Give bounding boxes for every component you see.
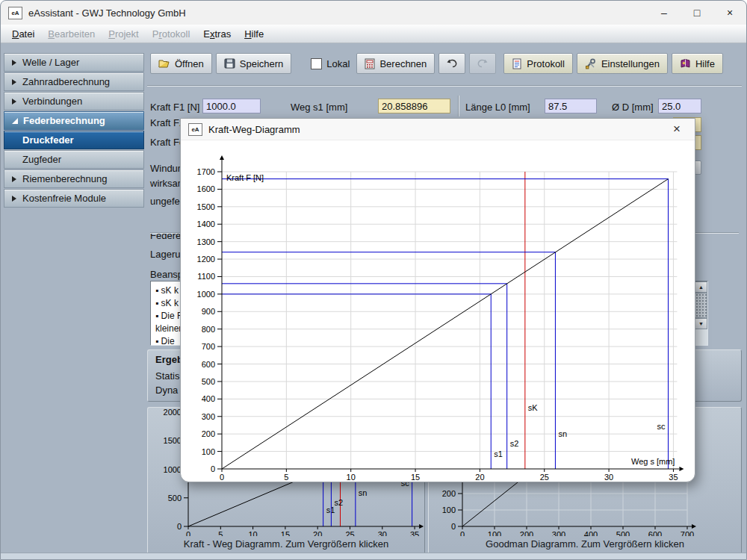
svg-text:s2: s2 — [334, 498, 343, 507]
durchmesser-d-input[interactable] — [658, 99, 701, 113]
save-button[interactable]: Speichern — [216, 53, 292, 74]
svg-text:25: 25 — [540, 473, 549, 482]
svg-text:1000: 1000 — [197, 290, 215, 299]
svg-text:5: 5 — [284, 473, 288, 482]
kraft-weg-chart: sKs1s2snsc051015202530350100200300400500… — [181, 140, 695, 482]
calculate-button[interactable]: Berechnen — [356, 53, 435, 74]
svg-text:500: 500 — [616, 530, 630, 536]
dialog-close-icon[interactable]: × — [666, 122, 687, 137]
svg-text:700: 700 — [681, 530, 694, 536]
sidebar-item-druckfeder[interactable]: Druckfeder — [4, 131, 144, 149]
svg-text:1500: 1500 — [197, 202, 215, 211]
messages-scrollbar[interactable]: ▲ ▼ — [694, 281, 707, 345]
svg-text:sn: sn — [359, 488, 368, 497]
menu-extras[interactable]: Extras — [196, 26, 238, 42]
svg-text:500: 500 — [168, 494, 182, 503]
app-window: eA eAssistant - GWJ Technology GmbH – □ … — [0, 0, 747, 560]
chevron-right-icon — [12, 99, 16, 105]
svg-text:200: 200 — [442, 489, 456, 498]
field-label-laenge-l0: Länge L0 [mm] — [465, 102, 530, 113]
chevron-right-icon — [12, 60, 16, 66]
help-button[interactable]: Hilfe — [672, 53, 723, 74]
kraft-weg-caption: Kraft - Weg Diagramm. Zum Vergrößern kli… — [148, 538, 424, 550]
field-label-weg-s1: Weg s1 [mm] — [291, 102, 347, 113]
svg-text:10: 10 — [248, 530, 257, 536]
svg-text:100: 100 — [202, 447, 215, 456]
settings-button[interactable]: Einstellungen — [577, 53, 668, 74]
scroll-up-icon[interactable]: ▲ — [695, 281, 707, 293]
laenge-l0-input[interactable] — [545, 99, 597, 113]
results-title: Ergeb — [155, 354, 183, 365]
svg-text:35: 35 — [410, 530, 419, 536]
svg-text:200: 200 — [520, 530, 533, 536]
close-button[interactable]: × — [713, 1, 746, 25]
svg-text:100: 100 — [488, 530, 501, 536]
svg-text:s2: s2 — [510, 439, 519, 448]
window-bottom-edge — [1, 553, 746, 559]
sidebar-item-federberechnung[interactable]: Federberechnung — [4, 111, 144, 130]
svg-text:20: 20 — [313, 530, 322, 536]
svg-text:sK: sK — [528, 403, 539, 412]
scroll-down-icon[interactable]: ▼ — [695, 318, 707, 329]
svg-text:sn: sn — [558, 429, 567, 438]
svg-text:400: 400 — [584, 530, 598, 536]
svg-text:sc: sc — [657, 422, 666, 431]
svg-text:1700: 1700 — [197, 167, 215, 176]
sidebar-item-welle-lager[interactable]: Welle / Lager — [4, 53, 144, 72]
toolbar-separator — [147, 85, 742, 87]
weg-s1-input[interactable] — [378, 99, 450, 113]
minimize-button[interactable]: – — [648, 1, 681, 25]
menu-hilfe[interactable]: Hilfe — [238, 26, 270, 42]
svg-text:1000: 1000 — [164, 465, 182, 474]
svg-text:600: 600 — [648, 530, 662, 536]
svg-text:15: 15 — [281, 530, 290, 536]
chevron-expanded-icon — [12, 118, 18, 124]
svg-text:1400: 1400 — [197, 220, 215, 228]
dialog-title-bar[interactable]: eA Kraft-Weg-Diagramm × — [181, 119, 695, 140]
svg-text:0: 0 — [220, 473, 224, 482]
svg-text:20: 20 — [475, 473, 484, 482]
chevron-right-icon — [12, 79, 16, 85]
sidebar-item-zugfeder[interactable]: Zugfeder — [4, 150, 144, 169]
svg-text:800: 800 — [202, 325, 215, 334]
protocol-button[interactable]: Protokoll — [503, 53, 573, 74]
svg-text:1300: 1300 — [197, 237, 215, 246]
sidebar-item-verbindungen[interactable]: Verbindungen — [4, 92, 144, 111]
menu-datei[interactable]: Datei — [5, 26, 41, 42]
form-divider — [458, 96, 459, 116]
maximize-button[interactable]: □ — [681, 1, 713, 25]
local-checkbox[interactable]: Lokal — [311, 58, 350, 69]
menu-bearbeiten: Bearbeiten — [41, 26, 102, 42]
svg-text:0: 0 — [186, 530, 190, 536]
toolbar: Öffnen Speichern Lokal Berechnen — [150, 53, 723, 74]
svg-text:0: 0 — [177, 522, 182, 531]
svg-text:35: 35 — [669, 473, 678, 482]
svg-text:400: 400 — [202, 394, 215, 403]
chevron-right-icon — [12, 196, 16, 202]
svg-text:10: 10 — [347, 473, 356, 482]
app-icon: eA — [8, 7, 22, 19]
menu-protokoll: Protokoll — [146, 26, 197, 42]
floppy-disk-icon — [224, 58, 235, 69]
scrollbar-thumb[interactable] — [695, 293, 707, 318]
svg-text:1600: 1600 — [197, 184, 215, 193]
svg-text:30: 30 — [378, 530, 387, 536]
sidebar-item-zahnradberechnung[interactable]: Zahnradberechnung — [4, 72, 144, 91]
svg-text:700: 700 — [202, 342, 215, 351]
checkbox-icon — [311, 58, 322, 69]
svg-text:500: 500 — [202, 377, 215, 386]
title-bar: eA eAssistant - GWJ Technology GmbH – □ … — [1, 1, 746, 25]
redo-arrow-icon — [476, 58, 489, 69]
svg-text:1200: 1200 — [197, 255, 215, 264]
svg-text:25: 25 — [345, 530, 354, 536]
chevron-right-icon — [12, 176, 16, 182]
window-title: eAssistant - GWJ Technology GmbH — [28, 7, 186, 19]
open-button[interactable]: Öffnen — [150, 53, 212, 74]
sidebar-item-kostenfreie-module[interactable]: Kostenfreie Module — [4, 189, 144, 208]
svg-text:Kraft F [N]: Kraft F [N] — [226, 173, 264, 182]
undo-button[interactable] — [438, 53, 465, 74]
kraft-f1-input[interactable] — [202, 99, 261, 113]
field-label-kraft-f1: Kraft F1 [N] — [150, 102, 199, 113]
sidebar-item-riemenberechnung[interactable]: Riemenberechnung — [4, 169, 144, 188]
svg-text:15: 15 — [411, 473, 420, 482]
